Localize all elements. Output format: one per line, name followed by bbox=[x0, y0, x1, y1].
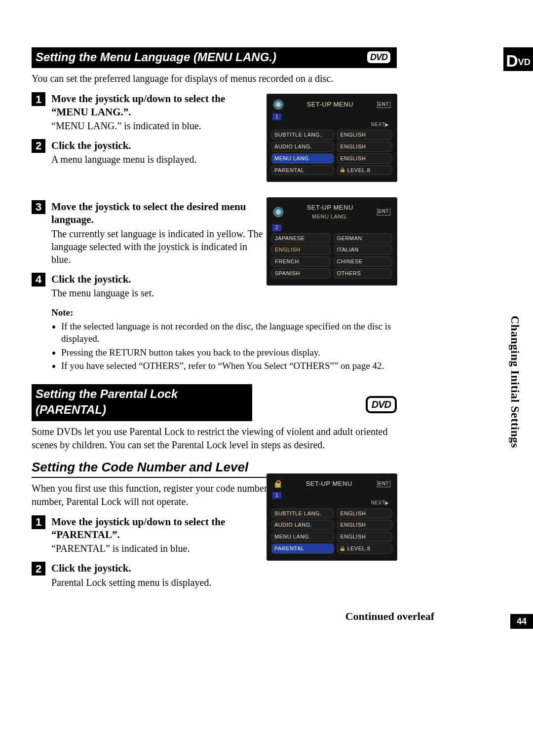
step-body: “MENU LANG.” is indicated in blue. bbox=[51, 119, 264, 132]
screen-row-value: ENGLISH bbox=[337, 508, 392, 519]
screen-row-value: LEVEL.8 bbox=[337, 543, 392, 554]
screen-row-value: ENGLISH bbox=[337, 130, 392, 140]
screen-row-label: PARENTAL bbox=[271, 543, 334, 554]
screen-row-value: ENGLISH bbox=[337, 520, 392, 530]
screen-lang-option: FRENCH bbox=[271, 256, 331, 267]
step-title: Click the joystick. bbox=[51, 273, 264, 286]
step-title: Move the joystick up/down to select the … bbox=[51, 515, 264, 541]
screen-row-label: PARENTAL bbox=[271, 165, 334, 176]
screen-row-value: LEVEL.8 bbox=[337, 165, 392, 176]
screen-tab: 1 bbox=[272, 492, 281, 499]
ent-icon: ENT bbox=[377, 208, 391, 216]
screen-tab: 2 bbox=[272, 224, 281, 231]
side-tab-sub: VD bbox=[518, 56, 531, 69]
screen-title: SET-UP MENU bbox=[287, 100, 373, 109]
screen-row-label: MENU LANG. bbox=[271, 532, 334, 542]
step-number: 1 bbox=[32, 92, 45, 106]
screen-title: SET-UP MENU MENU LANG. bbox=[287, 203, 373, 220]
screen-menu-lang: SET-UP MENU MENU LANG. ENT 2 JAPANESEGER… bbox=[266, 197, 397, 296]
note-block: Note: If the selected language is not re… bbox=[51, 306, 397, 372]
screen-row-label: MENU LANG. bbox=[271, 153, 334, 164]
step-body: The currently set language is indicated … bbox=[51, 227, 264, 266]
step-body: The menu language is set. bbox=[51, 287, 264, 299]
screen-row-label: SUBTITLE LANG. bbox=[271, 508, 334, 519]
screen-lang-option: ITALIAN bbox=[334, 245, 393, 255]
screen-lang-option: OTHERS bbox=[334, 268, 393, 279]
screen-lang-option: SPANISH bbox=[271, 268, 331, 279]
side-tab-big: D bbox=[506, 52, 518, 69]
step-1-2: 2 Click the joystick. A menu language me… bbox=[32, 139, 264, 166]
step-body: “PARENTAL” is indicated in blue. bbox=[51, 542, 264, 555]
screen-setup-menu-1: SET-UP MENU ENT 1 NEXT▶ SUBTITLE LANG.EN… bbox=[266, 94, 397, 193]
continued-overleaf: Continued overleaf bbox=[345, 609, 434, 624]
step-number: 1 bbox=[32, 515, 45, 529]
step-2-2: 2 Click the joystick. Parental Lock sett… bbox=[32, 562, 264, 588]
screen-title: SET-UP MENU bbox=[285, 479, 373, 488]
steps-group-1: 1 Move the joystick up/down to select th… bbox=[32, 92, 264, 299]
step-1-3: 3 Move the joystick to select the desire… bbox=[32, 200, 264, 266]
step-number: 3 bbox=[32, 200, 45, 214]
step-number: 4 bbox=[32, 273, 45, 287]
step-title: Move the joystick up/down to select the … bbox=[51, 92, 264, 118]
note-title: Note: bbox=[51, 306, 397, 319]
step-1-1: 1 Move the joystick up/down to select th… bbox=[32, 92, 264, 132]
step-2-1: 1 Move the joystick up/down to select th… bbox=[32, 515, 264, 555]
note-item: If you have selected “OTHERS”, refer to … bbox=[61, 360, 397, 372]
disc-icon bbox=[273, 100, 283, 109]
disc-icon bbox=[273, 207, 283, 217]
heading-text: Setting the Menu Language (MENU LANG.) bbox=[36, 49, 276, 65]
page-number: 44 bbox=[510, 614, 533, 629]
screen-row-label: AUDIO LANG. bbox=[271, 142, 334, 152]
step-1-4: 4 Click the joystick. The menu language … bbox=[32, 273, 264, 299]
screen-row-label: SUBTITLE LANG. bbox=[271, 130, 334, 140]
screen-row-value: ENGLISH bbox=[337, 142, 392, 152]
step-number: 2 bbox=[32, 562, 45, 576]
heading-parental: Setting the Parental Lock (PARENTAL) bbox=[32, 384, 252, 421]
screen-lang-option: ENGLISH bbox=[271, 245, 331, 255]
screen-row-value: ENGLISH bbox=[337, 532, 392, 542]
screen-lang-option: CHINESE bbox=[334, 256, 393, 267]
dvd-badge-icon: DVD bbox=[366, 50, 392, 65]
lock-icon bbox=[340, 546, 345, 551]
lock-icon bbox=[340, 168, 345, 173]
intro-text-1: You can set the preferred language for d… bbox=[32, 72, 397, 85]
screen-tab: 1 bbox=[272, 113, 281, 120]
lock-icon bbox=[273, 480, 281, 488]
screen-row-value: ENGLISH bbox=[337, 153, 392, 164]
step-title: Click the joystick. bbox=[51, 562, 264, 575]
step-body: Parental Lock setting menu is displayed. bbox=[51, 576, 264, 589]
ent-icon: ENT bbox=[377, 480, 391, 488]
dvd-badge-icon: DVD bbox=[366, 396, 397, 413]
side-tab-dvd: D VD bbox=[503, 47, 533, 71]
screen-row-label: AUDIO LANG. bbox=[271, 520, 334, 530]
screen-lang-option: GERMAN bbox=[334, 233, 393, 244]
heading-text: Setting the Parental Lock (PARENTAL) bbox=[36, 386, 247, 418]
screen-lang-option: JAPANESE bbox=[271, 233, 331, 244]
vertical-chapter-title: Changing Initial Settings bbox=[507, 316, 523, 448]
step-body: A menu language menu is displayed. bbox=[51, 153, 264, 166]
steps-group-2: 1 Move the joystick up/down to select th… bbox=[32, 515, 264, 589]
step-title: Move the joystick to select the desired … bbox=[51, 200, 264, 226]
note-item: Pressing the RETURN button takes you bac… bbox=[61, 346, 397, 359]
step-number: 2 bbox=[32, 139, 45, 153]
screen-setup-menu-2: SET-UP MENU ENT 1 NEXT▶ SUBTITLE LANG.EN… bbox=[266, 473, 397, 572]
step-title: Click the joystick. bbox=[51, 139, 264, 152]
screen-next: NEXT▶ bbox=[271, 121, 392, 128]
note-item: If the selected language is not recorded… bbox=[61, 320, 397, 345]
screen-next: NEXT▶ bbox=[271, 500, 392, 506]
heading-menu-lang: Setting the Menu Language (MENU LANG.) D… bbox=[32, 47, 397, 68]
intro-text-2: Some DVDs let you use Parental Lock to r… bbox=[32, 425, 397, 452]
ent-icon: ENT bbox=[377, 101, 391, 108]
